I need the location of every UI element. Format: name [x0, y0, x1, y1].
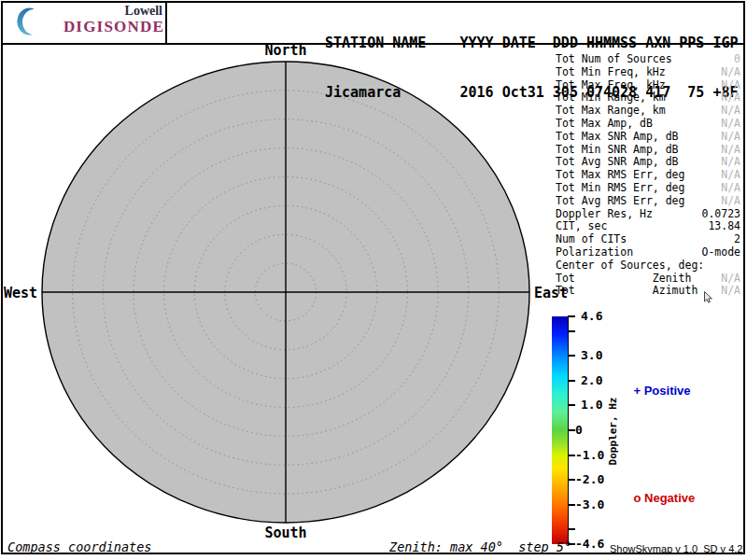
info-row-label: Tot Min RMS Err, deg — [556, 182, 684, 195]
mouse-cursor — [704, 291, 713, 303]
colorbar-tick — [568, 380, 575, 382]
info-row-label: Tot Max SNR Amp, dB — [556, 131, 679, 144]
logo-lowell-text: Lowell — [37, 5, 164, 18]
info-row-value: N/A — [721, 156, 740, 169]
info-row-value: N/A — [721, 66, 740, 79]
info-row: Tot Max RMS Err, degN/A — [556, 169, 740, 182]
info-row-value: N/A — [721, 169, 740, 182]
info-row: CIT, sec13.84 — [556, 220, 740, 233]
info-row: Tot Max Freq, kHzN/A — [556, 79, 740, 92]
colorbar-tick — [568, 504, 575, 506]
info-row: Tot Num of Sources0 — [556, 53, 740, 66]
positive-legend-label: Positive — [644, 384, 691, 398]
info-row-value: N/A — [721, 273, 740, 286]
info-row: Tot Min RMS Err, degN/A — [556, 182, 740, 195]
info-row-value: 0.0723 — [701, 208, 740, 221]
info-row: Tot Max SNR Amp, dBN/A — [556, 131, 740, 144]
info-row-value: 0 — [734, 53, 740, 66]
info-row: Tot ZenithN/A — [556, 273, 740, 286]
lowell-crescent-icon — [12, 7, 40, 38]
logo-box-separator — [165, 1, 167, 43]
info-row: Tot Avg RMS Err, degN/A — [556, 195, 740, 208]
info-row-label: Tot Avg SNR Amp, dB — [556, 156, 679, 169]
colorbar-tick — [568, 429, 575, 431]
positive-legend: + Positive — [620, 370, 691, 412]
info-row-value: N/A — [721, 285, 740, 298]
info-row-value: N/A — [721, 118, 740, 131]
colorbar-tick-label: 1.0 — [581, 398, 602, 412]
info-row-label: Tot Min SNR Amp, dB — [556, 144, 679, 157]
colorbar-tick-label: 2.0 — [581, 373, 602, 387]
compass-label-west: West — [0, 285, 37, 301]
info-row: PolarizationO-mode — [556, 246, 740, 259]
info-row-label: Tot Max Range, km — [556, 105, 666, 118]
colorbar-tick-label: -4.6 — [575, 537, 604, 551]
info-row-label: Polarization — [556, 246, 633, 259]
colorbar-tick-label: -2.0 — [575, 472, 604, 486]
info-row-value: N/A — [721, 91, 740, 105]
compass-label-south: South — [264, 525, 306, 541]
colorbar-tick-label: -3.0 — [575, 497, 604, 511]
info-row-label: Tot Max Amp, dB — [556, 118, 653, 131]
info-row-value: 2 — [734, 233, 740, 246]
info-row-label: CIT, sec — [556, 220, 607, 233]
colorbar-tick — [568, 404, 575, 406]
info-row-value: N/A — [721, 144, 740, 157]
colorbar-tick — [568, 315, 575, 317]
colorbar-tick — [568, 455, 575, 456]
info-row: Tot Min Range, kmN/A — [556, 91, 740, 105]
plus-marker-icon: + — [633, 384, 641, 398]
info-row: Num of CITs2 — [556, 233, 740, 246]
info-row: Tot Min Freq, kHzN/A — [556, 66, 740, 79]
info-table: Tot Num of Sources0Tot Min Freq, kHzN/AT… — [556, 53, 740, 298]
info-row: Center of Sources, deg: — [556, 259, 740, 273]
info-row-label: Doppler Res, Hz — [556, 208, 653, 221]
info-row: Tot Avg SNR Amp, dBN/A — [556, 156, 740, 169]
info-row-label: Tot Min Range, km — [556, 91, 666, 105]
colorbar-title: Doppler, Hz — [607, 375, 620, 487]
logo-digisonde-text: DIGISONDE — [37, 19, 164, 35]
colorbar-tick — [568, 528, 575, 530]
info-row-label: Tot Avg RMS Err, deg — [556, 195, 684, 208]
negative-legend: o Negative — [620, 477, 695, 519]
info-row-value: N/A — [721, 105, 740, 118]
info-row-label: Tot Zenith — [556, 273, 691, 286]
footer-coordinates-label: Compass coordinates — [7, 539, 151, 554]
showskymap-window: Lowell DIGISONDE STATION NAME YYYY DATE … — [0, 0, 747, 560]
info-row-label: Tot Max Freq, kHz — [556, 79, 666, 92]
info-row-label: Tot Max RMS Err, deg — [556, 169, 684, 182]
info-row: Tot Max Range, kmN/A — [556, 105, 740, 118]
info-row-label: Tot Min Freq, kHz — [556, 66, 666, 79]
info-row-value: O-mode — [701, 246, 740, 259]
footer-version-info: ShowSkymap v 1.0 SD v 4.2 — [610, 543, 742, 554]
negative-legend-label: Negative — [644, 491, 695, 505]
info-row-label: Num of CITs — [556, 233, 627, 246]
info-row-value: N/A — [721, 131, 740, 144]
colorbar-tick — [568, 330, 575, 332]
digisonde-logo: Lowell DIGISONDE — [37, 5, 164, 35]
footer-zenith-info: Zenith: max 40° step 5° — [389, 539, 571, 554]
info-row-label: Center of Sources, deg: — [556, 259, 704, 273]
info-row-label: Tot Azimuth — [556, 285, 698, 298]
colorbar-tick — [568, 479, 575, 481]
info-row: Tot Min SNR Amp, dBN/A — [556, 144, 740, 157]
info-row-value: N/A — [721, 195, 740, 208]
colorbar-tick-label: 3.0 — [581, 348, 602, 362]
colorbar-tick-label: 0 — [575, 423, 583, 437]
station-header-columns: STATION NAME YYYY DATE DDD HHMMSS AXN PP… — [325, 35, 739, 52]
colorbar-tick-label: -1.0 — [575, 448, 604, 462]
info-row: Tot Max Amp, dBN/A — [556, 118, 740, 131]
colorbar-gradient — [552, 316, 569, 544]
compass-label-north: North — [264, 42, 306, 59]
info-row-value: N/A — [721, 182, 740, 195]
info-row-value: N/A — [721, 79, 740, 92]
colorbar-tick — [568, 355, 575, 357]
info-row-label: Tot Num of Sources — [556, 53, 672, 66]
info-row-value: 13.84 — [708, 220, 740, 233]
colorbar-tick-label: 4.6 — [581, 309, 602, 323]
info-row: Doppler Res, Hz0.0723 — [556, 208, 740, 221]
